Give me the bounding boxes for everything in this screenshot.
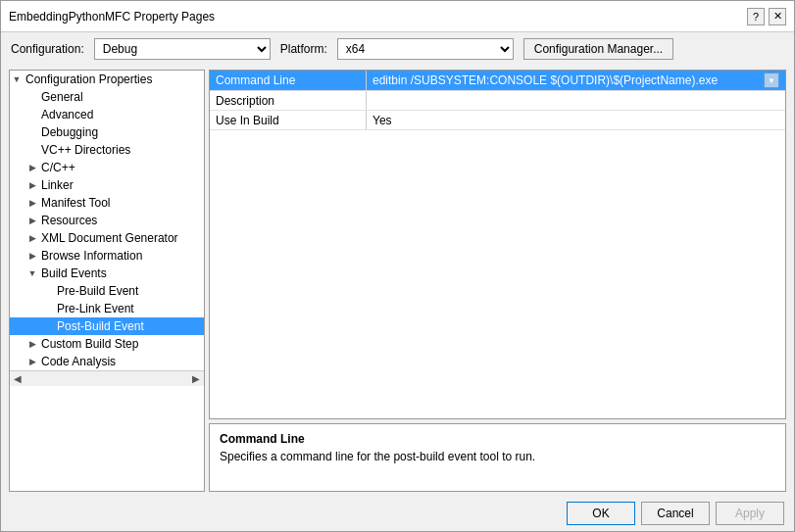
tree-label: General <box>39 90 83 104</box>
property-row[interactable]: Use In BuildYes <box>210 111 785 130</box>
tree-item-vc-dirs[interactable]: VC++ Directories <box>10 141 204 159</box>
tree-label: Post-Build Event <box>55 319 144 333</box>
property-value <box>367 91 785 110</box>
tree-item-general[interactable]: General <box>10 88 204 106</box>
tree-item-linker[interactable]: ▶ Linker <box>10 176 204 194</box>
tree-label: Code Analysis <box>39 355 116 368</box>
tree-expand-icon <box>25 142 39 158</box>
tree-expand-icon: ▶ <box>25 177 39 193</box>
tree-label: VC++ Directories <box>39 143 130 157</box>
tree-item-pre-link[interactable]: Pre-Link Event <box>10 300 204 317</box>
property-value[interactable]: editbin /SUBSYSTEM:CONSOLE $(OUTDIR)\$(P… <box>367 71 785 90</box>
bottom-bar: OK Cancel Apply <box>1 496 794 531</box>
tree-label: Resources <box>39 214 97 227</box>
tree-label: Advanced <box>39 108 93 121</box>
tree-item-config-props[interactable]: ▼ Configuration Properties <box>10 71 204 88</box>
tree-label: Pre-Build Event <box>55 284 138 298</box>
dialog-title: EmbeddingPythonMFC Property Pages <box>9 10 215 24</box>
tree-expand-icon <box>41 318 55 334</box>
dropdown-arrow-icon[interactable]: ▼ <box>764 73 779 88</box>
tree-expand-icon: ▶ <box>25 248 39 264</box>
tree-label: C/C++ <box>39 161 75 174</box>
platform-select[interactable]: x64 <box>337 38 514 60</box>
property-row[interactable]: Description <box>210 91 785 111</box>
info-title: Command Line <box>220 432 775 446</box>
property-row[interactable]: Command Lineeditbin /SUBSYSTEM:CONSOLE $… <box>210 71 785 91</box>
tree-expand-icon: ▶ <box>25 336 39 352</box>
tree-label: Build Events <box>39 266 107 280</box>
config-manager-button[interactable]: Configuration Manager... <box>523 38 673 60</box>
tree-item-xml-doc[interactable]: ▶ XML Document Generator <box>10 229 204 247</box>
tree-label: Linker <box>39 178 74 192</box>
left-scroll: ◀ ▶ <box>10 370 204 386</box>
config-row: Configuration: Debug Platform: x64 Confi… <box>1 32 794 66</box>
info-description: Specifies a command line for the post-bu… <box>220 450 775 463</box>
tree-item-custom-build[interactable]: ▶ Custom Build Step <box>10 335 204 353</box>
title-bar-buttons: ? ✕ <box>747 8 786 25</box>
close-button[interactable]: ✕ <box>769 8 786 25</box>
tree-expand-icon <box>41 301 55 316</box>
property-grid: Command Lineeditbin /SUBSYSTEM:CONSOLE $… <box>209 70 786 419</box>
info-panel: Command Line Specifies a command line fo… <box>209 423 786 492</box>
apply-button[interactable]: Apply <box>716 502 784 525</box>
dialog: EmbeddingPythonMFC Property Pages ? ✕ Co… <box>0 0 795 532</box>
tree-expand-icon: ▶ <box>25 195 39 211</box>
cancel-button[interactable]: Cancel <box>641 502 710 525</box>
tree-label: Custom Build Step <box>39 337 138 351</box>
tree-item-manifest-tool[interactable]: ▶ Manifest Tool <box>10 194 204 212</box>
tree-label: XML Document Generator <box>39 231 178 245</box>
property-name: Description <box>210 91 367 110</box>
property-value-text: editbin /SUBSYSTEM:CONSOLE $(OUTDIR)\$(P… <box>373 73 764 87</box>
tree-expand-icon: ▼ <box>25 266 39 281</box>
tree-expand-icon <box>25 107 39 122</box>
tree-item-build-events[interactable]: ▼ Build Events <box>10 265 204 282</box>
tree-expand-icon: ▶ <box>25 230 39 246</box>
tree-item-pre-build[interactable]: Pre-Build Event <box>10 282 204 300</box>
tree-expand-icon <box>25 124 39 140</box>
tree-expand-icon: ▶ <box>25 354 39 369</box>
tree-label: Configuration Properties <box>24 73 152 86</box>
tree-label: Manifest Tool <box>39 196 110 210</box>
tree-item-resources[interactable]: ▶ Resources <box>10 212 204 229</box>
tree-expand-icon: ▶ <box>25 213 39 228</box>
tree-expand-icon <box>41 283 55 299</box>
tree-label: Browse Information <box>39 249 142 263</box>
tree-item-code-analysis[interactable]: ▶ Code Analysis <box>10 353 204 370</box>
right-panel: Command Lineeditbin /SUBSYSTEM:CONSOLE $… <box>209 70 786 492</box>
scroll-right-btn[interactable]: ▶ <box>192 373 200 384</box>
scroll-left-btn[interactable]: ◀ <box>14 373 22 384</box>
help-button[interactable]: ? <box>747 8 765 25</box>
tree-expand-icon: ▼ <box>10 72 24 87</box>
tree-item-post-build[interactable]: Post-Build Event <box>10 317 204 335</box>
ok-button[interactable]: OK <box>567 502 635 525</box>
title-bar: EmbeddingPythonMFC Property Pages ? ✕ <box>1 1 794 32</box>
tree-item-advanced[interactable]: Advanced <box>10 106 204 123</box>
tree-expand-icon <box>25 89 39 105</box>
main-area: ▼ Configuration Properties General Advan… <box>1 66 794 496</box>
property-value: Yes <box>367 111 785 129</box>
tree-label: Debugging <box>39 125 98 139</box>
platform-label: Platform: <box>280 42 327 56</box>
tree-label: Pre-Link Event <box>55 302 134 315</box>
tree-expand-icon: ▶ <box>25 160 39 175</box>
config-select[interactable]: Debug <box>94 38 271 60</box>
property-name: Use In Build <box>210 111 367 129</box>
tree-item-cpp[interactable]: ▶ C/C++ <box>10 159 204 176</box>
config-label: Configuration: <box>11 42 84 56</box>
left-panel: ▼ Configuration Properties General Advan… <box>9 70 205 492</box>
property-name: Command Line <box>210 71 367 90</box>
tree-item-browse-info[interactable]: ▶ Browse Information <box>10 247 204 265</box>
tree-item-debugging[interactable]: Debugging <box>10 123 204 141</box>
